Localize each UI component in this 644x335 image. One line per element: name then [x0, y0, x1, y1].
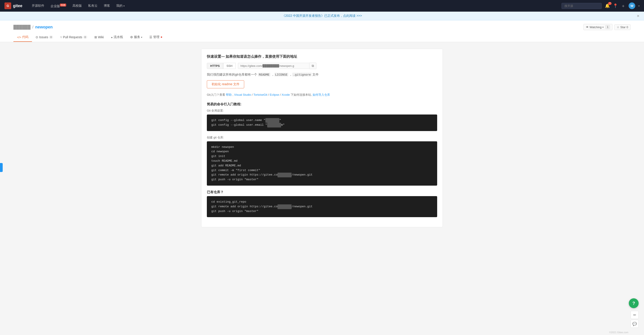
nav-mine[interactable]: 我的 ▾: [114, 2, 127, 9]
repo-header: ██████ / newopen 👁 Watching ▾ 1 ☆ Star 0…: [0, 20, 644, 42]
nav-blog[interactable]: 博客: [101, 2, 113, 9]
repo-tabs: </> 代码 ⊙ Issues 0 ⑂ Pull Requests 0 ⊞ Wi…: [14, 33, 630, 42]
watch-count: 1: [605, 25, 610, 29]
star-icon: ☆: [617, 26, 620, 29]
tab-pull-requests[interactable]: ⑂ Pull Requests 0: [56, 33, 91, 42]
tab-wiki[interactable]: ⊞ Wiki: [91, 33, 107, 42]
enterprise-badge: 特惠: [60, 4, 66, 6]
quick-setup-title: 快速设置— 如果你知道该怎么操作，直接使用下面的地址: [207, 54, 437, 59]
main-nav: 开源软件 企业版 特惠 高校版 私有云 博客 我的 ▾: [29, 2, 127, 10]
existing-repo-code: cd existing_git_repo git remote add orig…: [211, 200, 433, 214]
gitee-logo-icon: G: [4, 2, 11, 9]
create-repo-label: 创建 git 仓库:: [207, 136, 437, 140]
tab-code[interactable]: </> 代码: [14, 33, 32, 42]
help-link[interactable]: 帮助: [226, 93, 232, 96]
location-icon[interactable]: 📍: [613, 3, 618, 8]
nav-enterprise[interactable]: 企业版 特惠: [48, 2, 69, 10]
tab-services[interactable]: ⚙ 服务 ▾: [126, 33, 146, 42]
pipeline-icon: ⬧: [111, 35, 113, 39]
user-dropdown-icon: ▾: [638, 5, 640, 7]
pr-count: 0: [83, 36, 87, 39]
visual-studio-link[interactable]: Visual Studio: [234, 93, 251, 96]
ssh-button[interactable]: SSH: [223, 63, 236, 69]
services-icon: ⚙: [130, 35, 133, 39]
init-readme-button[interactable]: 初始化 readme 文件: [207, 80, 244, 88]
star-button[interactable]: ☆ Star 0: [614, 24, 630, 30]
xcode-link[interactable]: Xcode: [282, 93, 290, 96]
protocol-selector: HTTPS SSH ⧉: [207, 62, 437, 69]
star-count: 0: [626, 26, 628, 29]
import-link[interactable]: 如何导入仓库: [312, 93, 330, 96]
https-button[interactable]: HTTPS: [207, 63, 223, 69]
tortoisegit-link[interactable]: TortoiseGit: [253, 93, 267, 96]
repo-actions: 👁 Watching ▾ 1 ☆ Star 0: [584, 24, 630, 30]
issues-icon: ⊙: [36, 35, 38, 39]
watch-button[interactable]: 👁 Watching ▾ 1: [584, 24, 612, 30]
url-display: ⧉: [238, 62, 316, 69]
tutorial-title: 简易的命令行入门教程:: [207, 102, 437, 106]
nav-university[interactable]: 高校版: [70, 2, 84, 9]
announcement-banner: 《2022 中国开源开发者报告》已正式发布，点此阅读 >>> ✕: [0, 12, 644, 20]
notification-bell[interactable]: 🔔 7: [605, 3, 610, 8]
nav-private-cloud[interactable]: 私有云: [86, 2, 100, 9]
search-input[interactable]: [562, 3, 602, 9]
issues-count: 0: [49, 36, 53, 39]
add-icon[interactable]: ＋: [621, 3, 626, 9]
user-avatar[interactable]: W: [628, 2, 635, 9]
tab-manage[interactable]: ☰ 管理: [146, 33, 166, 42]
git-global-code-block: git config --global user.name "████████"…: [207, 114, 437, 131]
existing-repo-label: 已有仓库？: [207, 190, 437, 194]
git-global-label: Git 全局设置:: [207, 109, 437, 113]
nav-open-source[interactable]: 开源软件: [29, 2, 47, 9]
pr-icon: ⑂: [60, 35, 62, 39]
repo-name[interactable]: newopen: [35, 25, 53, 30]
star-label: Star: [620, 26, 626, 29]
git-global-code: git config --global user.name "████████"…: [211, 118, 433, 128]
manage-red-dot: [161, 36, 162, 38]
brand-logo[interactable]: G gitee: [4, 2, 22, 9]
wiki-icon: ⊞: [94, 35, 97, 39]
create-repo-code: mkdir newopen cd newopen git init touch …: [211, 145, 433, 182]
brand-name: gitee: [13, 4, 22, 8]
repo-title: ██████ / newopen: [14, 25, 53, 30]
repo-title-row: ██████ / newopen 👁 Watching ▾ 1 ☆ Star 0: [14, 24, 630, 30]
navbar-right: 🔔 7 📍 ＋ W ▾: [562, 2, 640, 9]
git-help-text: Git入门？查看 帮助 , Visual Studio / TortoiseGi…: [207, 93, 437, 97]
existing-repo-code-block: cd existing_git_repo git remote add orig…: [207, 196, 437, 217]
watch-dropdown-icon: ▾: [602, 26, 604, 28]
manage-icon: ☰: [149, 35, 152, 39]
eclipse-link[interactable]: Eclipse: [270, 93, 279, 96]
create-repo-code-block: mkdir newopen cd newopen git init touch …: [207, 141, 437, 186]
repo-owner[interactable]: ██████: [14, 25, 31, 30]
copy-url-button[interactable]: ⧉: [310, 62, 316, 69]
code-icon: </>: [17, 36, 21, 39]
main-content: 快速设置— 如果你知道该怎么操作，直接使用下面的地址 HTTPS SSH ⧉ 我…: [188, 49, 456, 227]
watch-label: Watching: [590, 26, 602, 29]
repo-url-input[interactable]: [238, 63, 310, 69]
tab-pipeline[interactable]: ⬧ 流水线: [107, 33, 126, 42]
services-dropdown-icon: ▾: [141, 36, 142, 38]
tab-issues[interactable]: ⊙ Issues 0: [32, 33, 57, 42]
repo-slash: /: [32, 25, 34, 30]
banner-close-button[interactable]: ✕: [636, 14, 640, 18]
eye-icon: 👁: [586, 26, 589, 29]
mine-dropdown-icon: ▾: [124, 5, 124, 7]
left-bookmark: [0, 163, 3, 172]
readme-suggestion: 我们强烈建议所有的git仓库都有一个 README ，LICENSE ，.git…: [207, 73, 437, 77]
quick-setup-panel: 快速设置— 如果你知道该怎么操作，直接使用下面的地址 HTTPS SSH ⧉ 我…: [201, 49, 443, 227]
announcement-link[interactable]: 《2022 中国开源开发者报告》已正式发布，点此阅读 >>>: [282, 14, 362, 18]
notification-count: 7: [608, 2, 612, 5]
navbar: G gitee 开源软件 企业版 特惠 高校版 私有云 博客 我的 ▾ 🔔 7: [0, 0, 644, 12]
